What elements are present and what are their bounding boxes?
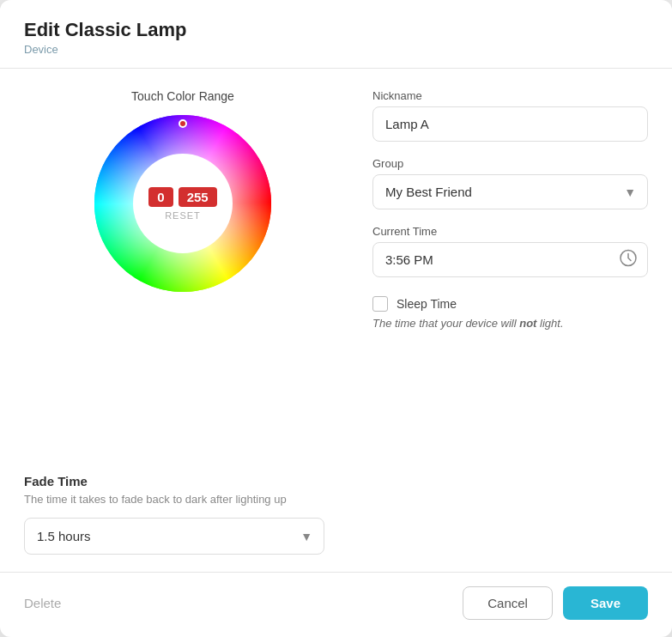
color-min-badge: 0: [148, 187, 173, 207]
current-time-group: Current Time: [372, 225, 648, 277]
edit-dialog: Edit Classic Lamp Device Touch Color Ran…: [0, 0, 672, 637]
time-input-wrapper: [372, 242, 648, 277]
fade-time-select[interactable]: 0.5 hours 1 hour 1.5 hours 2 hours 3 hou…: [24, 518, 324, 555]
save-button[interactable]: Save: [563, 586, 648, 620]
color-wheel-center: 0 255 RESET: [136, 156, 230, 251]
right-panel: Nickname Group My Best Friend Living Roo…: [372, 89, 648, 555]
nickname-label: Nickname: [372, 89, 648, 102]
reset-button[interactable]: RESET: [165, 210, 201, 221]
left-panel: Touch Color Range 0 255 RESET Fade Time: [24, 89, 342, 555]
nickname-group: Nickname: [372, 89, 648, 142]
dialog-header: Edit Classic Lamp Device: [0, 0, 672, 69]
group-select[interactable]: My Best Friend Living Room Bedroom Kitch…: [372, 174, 648, 209]
group-label: Group: [372, 157, 648, 170]
cancel-button[interactable]: Cancel: [463, 586, 553, 620]
sleep-time-row: Sleep Time: [372, 296, 648, 312]
color-values: 0 255: [148, 187, 216, 207]
nickname-input[interactable]: [372, 106, 648, 142]
fade-time-section: Fade Time The time it takes to fade back…: [24, 474, 342, 555]
sleep-time-note: The time that your device will not light…: [372, 317, 648, 330]
dialog-footer: Delete Cancel Save: [0, 572, 672, 637]
fade-time-desc: The time it takes to fade back to dark a…: [24, 492, 342, 507]
footer-actions: Cancel Save: [463, 586, 648, 620]
sleep-time-section: Sleep Time The time that your device wil…: [372, 293, 648, 330]
color-max-badge: 255: [179, 187, 217, 207]
color-range-label: Touch Color Range: [131, 89, 234, 103]
wheel-indicator: [179, 119, 187, 128]
dialog-title: Edit Classic Lamp: [24, 19, 648, 41]
fade-time-select-wrapper: 0.5 hours 1 hour 1.5 hours 2 hours 3 hou…: [24, 518, 324, 555]
dialog-subtitle: Device: [24, 43, 648, 56]
delete-button[interactable]: Delete: [24, 589, 61, 617]
sleep-time-checkbox[interactable]: [372, 296, 388, 312]
color-wheel-section: Touch Color Range 0 255 RESET: [24, 89, 342, 294]
dialog-body: Touch Color Range 0 255 RESET Fade Time: [0, 69, 672, 572]
fade-time-label: Fade Time: [24, 474, 342, 488]
group-group: Group My Best Friend Living Room Bedroom…: [372, 157, 648, 209]
color-wheel-wrapper[interactable]: 0 255 RESET: [93, 113, 273, 294]
current-time-label: Current Time: [372, 225, 648, 238]
current-time-input[interactable]: [372, 242, 648, 277]
sleep-time-label: Sleep Time: [397, 297, 457, 311]
group-select-wrapper: My Best Friend Living Room Bedroom Kitch…: [372, 174, 648, 209]
